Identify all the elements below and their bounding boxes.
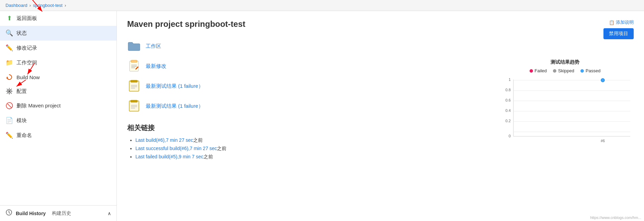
add-desc-label: 添加说明 <box>616 19 634 25</box>
last-failed-suffix: 之前 <box>203 154 213 159</box>
configure-arrow <box>10 78 31 88</box>
svg-text:0.6: 0.6 <box>506 98 511 102</box>
content-area: Maven project springboot-test 📋 添加说明 禁用项… <box>117 11 644 221</box>
content-actions: 📋 添加说明 禁用项目 <box>603 19 634 39</box>
sidebar-item-rename[interactable]: ✏️ 重命名 <box>0 128 116 143</box>
back-icon: ⬆ <box>5 14 13 22</box>
build-now-arrow <box>21 60 48 77</box>
sidebar-item-configure[interactable]: 配置 <box>0 84 116 98</box>
add-description-link[interactable]: 📋 添加说明 <box>609 19 634 25</box>
sidebar-item-back[interactable]: ⬆ 返回面板 <box>0 11 116 26</box>
last-failed-link[interactable]: Last failed build(#5),9 min 7 sec <box>135 154 203 159</box>
sidebar-item-modules-label: 模块 <box>16 117 111 124</box>
svg-rect-11 <box>131 60 137 62</box>
svg-rect-16 <box>131 80 137 82</box>
test-result-1-link[interactable]: 最新测试结果 (1 failure） <box>146 83 203 90</box>
add-desc-icon: 📋 <box>609 20 614 25</box>
svg-rect-21 <box>131 100 137 102</box>
chart-title: 测试结果趋势 <box>496 59 634 65</box>
changes-link[interactable]: 最新修改 <box>146 63 166 70</box>
test-result-2-icon <box>127 99 141 113</box>
workspace-icon: 📁 <box>5 59 13 66</box>
related-link-3: Last failed build(#5),9 min 7 sec之前 <box>135 154 634 160</box>
svg-line-1 <box>30 0 45 11</box>
changes-notepad-icon <box>127 59 141 73</box>
build-history-label: Build History <box>16 211 46 216</box>
svg-line-8 <box>16 80 26 86</box>
watermark: https://www.cnblogs.com/hm... <box>590 215 641 220</box>
disable-project-button[interactable]: 禁用项目 <box>603 28 634 39</box>
sidebar-item-rename-label: 重命名 <box>16 132 111 139</box>
changes-icon: ✏️ <box>5 44 13 52</box>
sidebar-item-configure-label: 配置 <box>16 88 111 95</box>
rename-icon: ✏️ <box>5 131 13 139</box>
build-history-label-cn: 构建历史 <box>52 210 71 217</box>
sidebar-item-delete-label: 删除 Maven project <box>16 103 111 109</box>
sidebar-item-modules[interactable]: 📄 模块 <box>0 113 116 128</box>
status-icon: 🔍 <box>5 29 13 37</box>
sidebar-item-back-label: 返回面板 <box>16 15 111 22</box>
legend-label-failed: Failed <box>535 68 547 73</box>
workspace-link[interactable]: 工作区 <box>146 43 161 50</box>
breadcrumb-dashboard[interactable]: Dashboard <box>5 3 27 8</box>
main-layout: ⬆ 返回面板 🔍 状态 ✏️ 修改记录 📁 工作空间 <box>0 11 644 221</box>
delete-icon: 🚫 <box>5 102 13 109</box>
sidebar: ⬆ 返回面板 🔍 状态 ✏️ 修改记录 📁 工作空间 <box>0 11 117 221</box>
svg-line-4 <box>27 63 34 74</box>
chart-svg: 1 0.8 0.6 0.4 0.2 0 #6 <box>496 76 634 145</box>
test-result-2-link[interactable]: 最新测试结果 (1 failure） <box>146 103 203 109</box>
legend-dot-failed <box>530 69 533 73</box>
page-title: Maven project springboot-test <box>127 19 634 29</box>
svg-point-5 <box>8 90 10 92</box>
svg-text:0.2: 0.2 <box>506 119 511 123</box>
last-build-link[interactable]: Last build(#6),7 min 27 sec <box>135 137 193 143</box>
svg-marker-2 <box>6 76 8 78</box>
build-history-chevron: ∧ <box>108 211 111 216</box>
last-build-suffix: 之前 <box>193 137 203 143</box>
svg-text:0: 0 <box>509 134 511 138</box>
last-success-link[interactable]: Last successful build(#6),7 min 27 sec <box>135 146 217 151</box>
legend-dot-passed <box>580 69 584 73</box>
sidebar-item-changes-label: 修改记录 <box>16 45 111 51</box>
sidebar-item-status-label: 状态 <box>16 30 111 36</box>
legend-label-skipped: Skipped <box>558 68 574 73</box>
icon-link-workspace: 工作区 <box>127 39 634 53</box>
sidebar-item-workspace[interactable]: 📁 工作空间 <box>0 55 116 70</box>
chart-panel: 测试结果趋势 Failed Skipped Passed <box>496 59 634 145</box>
breadcrumb: Dashboard › springboot-test › <box>0 0 644 11</box>
last-success-suffix: 之前 <box>217 146 226 151</box>
test-result-1-icon <box>127 79 141 93</box>
chart-legend: Failed Skipped Passed <box>496 68 634 73</box>
sidebar-item-status[interactable]: 🔍 状态 <box>0 26 116 41</box>
build-history-icon <box>5 209 12 218</box>
legend-passed: Passed <box>580 68 600 73</box>
sidebar-item-changes[interactable]: ✏️ 修改记录 <box>0 41 116 55</box>
legend-skipped: Skipped <box>553 68 574 73</box>
legend-label-passed: Passed <box>586 68 600 73</box>
configure-icon <box>5 88 13 95</box>
breadcrumb-sep-2: › <box>65 3 66 8</box>
svg-text:#6: #6 <box>601 139 605 143</box>
svg-text:0.4: 0.4 <box>506 108 511 113</box>
legend-dot-skipped <box>553 69 556 73</box>
modules-icon: 📄 <box>5 117 13 124</box>
svg-text:0.8: 0.8 <box>506 88 511 92</box>
build-history-section[interactable]: Build History 构建历史 ∧ <box>0 205 116 221</box>
legend-failed: Failed <box>530 68 547 73</box>
svg-text:1: 1 <box>509 77 511 82</box>
chart-area: 1 0.8 0.6 0.4 0.2 0 #6 <box>496 76 634 145</box>
workspace-folder-icon <box>127 39 141 53</box>
sidebar-item-delete[interactable]: 🚫 删除 Maven project <box>0 98 116 113</box>
related-link-2: Last successful build(#6),7 min 27 sec之前 <box>135 146 634 152</box>
chart-data-point-passed <box>601 78 604 82</box>
